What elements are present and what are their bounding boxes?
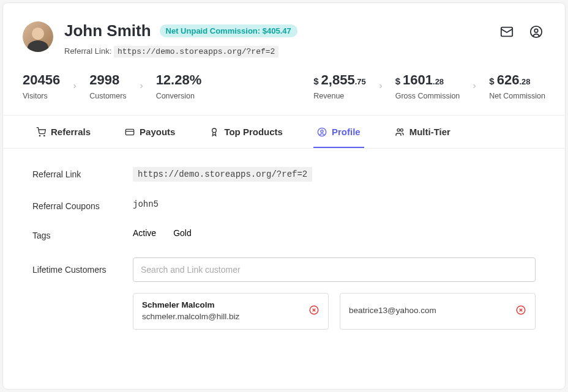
stat-conversion-label: Conversion: [156, 92, 202, 100]
tab-payouts[interactable]: Payouts: [121, 116, 179, 148]
row-referral-coupons: Referral Coupons john5: [32, 199, 536, 211]
tab-multi-tier-label: Multi-Tier: [409, 127, 450, 137]
svg-point-4: [44, 135, 45, 136]
stat-visitors-value: 20456: [23, 72, 60, 88]
referral-link-label: Referral Link:: [64, 46, 111, 56]
svg-point-9: [321, 130, 323, 132]
row-lifetime-customers: Lifetime Customers Schmeler Malcolm schm…: [32, 257, 536, 330]
coupons-label: Referral Coupons: [32, 199, 133, 211]
customer-card: beatrice13@yahoo.com: [340, 293, 536, 330]
stat-revenue-value: $2,855.75: [313, 72, 365, 88]
lifetime-customers-label: Lifetime Customers: [32, 257, 133, 275]
tabs: Referrals Payouts Top Products Profile M…: [3, 116, 565, 149]
tab-top-products[interactable]: Top Products: [206, 116, 286, 148]
customer-name: Schmeler Malcolm: [142, 300, 239, 311]
stat-gross-commission: $1601.28 Gross Commission: [395, 72, 460, 100]
header-main: John Smith Net Unpaid Commission: $405.4…: [64, 21, 545, 56]
chevron-right-icon: [366, 83, 395, 90]
stat-visitors-label: Visitors: [23, 92, 60, 100]
avatar: [23, 21, 53, 52]
chevron-right-icon: [127, 83, 156, 90]
customer-email: schmeler.malcolm@hill.biz: [142, 311, 239, 323]
tab-multi-tier[interactable]: Multi-Tier: [391, 116, 454, 148]
row-tags: Tags Active Gold: [32, 228, 536, 240]
tags-label: Tags: [32, 228, 133, 240]
referral-link-row: Referral Link: https://demo.storeapps.or…: [64, 46, 545, 56]
stat-net-label: Net Commission: [489, 92, 545, 100]
tag-item: Gold: [173, 228, 192, 238]
chevron-right-icon: [60, 83, 89, 90]
remove-customer-icon[interactable]: [308, 305, 320, 317]
row-referral-link: Referral Link https://demo.storeapps.org…: [32, 167, 536, 182]
stat-revenue: $2,855.75 Revenue: [313, 72, 365, 100]
svg-point-2: [534, 29, 538, 32]
stats-row: 20456 Visitors 2998 Customers 12.28% Con…: [3, 68, 565, 116]
tab-referrals-label: Referrals: [51, 127, 91, 137]
affiliate-card: John Smith Net Unpaid Commission: $405.4…: [2, 2, 566, 390]
svg-point-11: [400, 128, 403, 131]
tab-payouts-label: Payouts: [140, 127, 175, 137]
stat-conversion: 12.28% Conversion: [156, 72, 202, 100]
customer-card: Schmeler Malcolm schmeler.malcolm@hill.b…: [133, 293, 329, 330]
referral-link-value[interactable]: https://demo.storeapps.org/?ref=2: [133, 167, 312, 182]
stat-customers-value: 2998: [89, 72, 126, 88]
user-circle-icon[interactable]: [529, 25, 543, 41]
tab-referrals[interactable]: Referrals: [32, 116, 94, 148]
svg-point-7: [212, 128, 217, 133]
stat-net-value: $626.28: [489, 72, 545, 88]
customer-email: beatrice13@yahoo.com: [349, 305, 436, 317]
stat-gross-label: Gross Commission: [395, 92, 460, 100]
affiliate-name: John Smith: [64, 21, 151, 40]
svg-rect-5: [125, 129, 133, 135]
tag-item: Active: [133, 228, 156, 238]
stat-conversion-value: 12.28%: [156, 72, 202, 88]
tab-profile-label: Profile: [332, 127, 361, 137]
tab-profile[interactable]: Profile: [313, 116, 364, 148]
remove-customer-icon[interactable]: [515, 305, 526, 317]
unpaid-commission-badge: Net Unpaid Commission: $405.47: [160, 24, 297, 37]
coupon-code: john5: [133, 199, 159, 209]
stat-revenue-label: Revenue: [313, 92, 365, 100]
stat-visitors: 20456 Visitors: [23, 72, 60, 100]
header: John Smith Net Unpaid Commission: $405.4…: [3, 3, 565, 68]
stat-net-commission: $626.28 Net Commission: [489, 72, 545, 100]
stat-gross-value: $1601.28: [395, 72, 460, 88]
referral-link-url[interactable]: https://demo.storeapps.org/?ref=2: [114, 46, 278, 57]
referral-link-label: Referral Link: [32, 167, 133, 179]
chevron-right-icon: [460, 83, 489, 90]
stat-customers-label: Customers: [89, 92, 126, 100]
svg-point-10: [397, 128, 400, 131]
tab-top-products-label: Top Products: [224, 127, 283, 137]
svg-point-3: [39, 135, 40, 136]
stat-customers: 2998 Customers: [89, 72, 126, 100]
profile-section: Referral Link https://demo.storeapps.org…: [3, 149, 565, 354]
mail-icon[interactable]: [500, 25, 514, 41]
customer-search-input[interactable]: [133, 257, 536, 282]
